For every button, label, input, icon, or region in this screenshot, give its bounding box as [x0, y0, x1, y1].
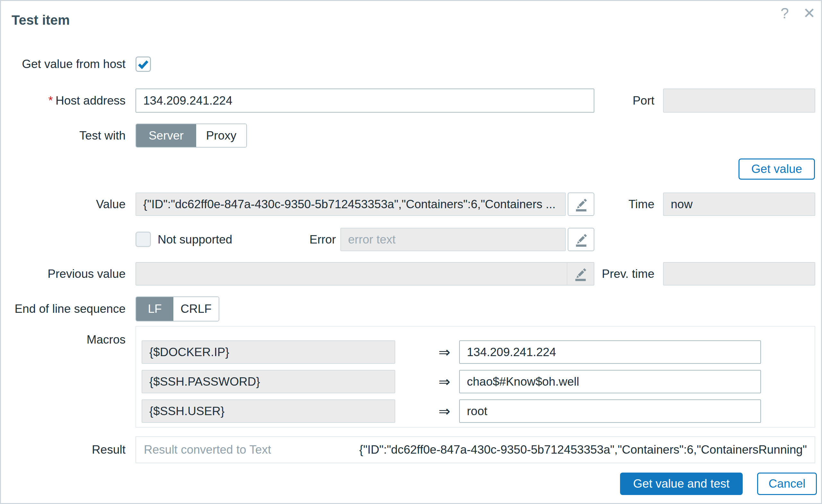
- value-label: Value: [1, 192, 125, 216]
- test-with-toggle: Server Proxy: [135, 124, 247, 148]
- eol-toggle: LF CRLF: [135, 296, 219, 321]
- macro-arrow-icon: ⇒: [435, 399, 454, 423]
- not-supported-label: Not supported: [158, 228, 232, 251]
- test-with-option-proxy[interactable]: Proxy: [196, 124, 246, 147]
- get-value-from-host-label: Get value from host: [1, 56, 125, 72]
- result-value: {"ID":"dc62ff0e-847a-430c-9350-5b7124533…: [359, 443, 807, 457]
- previous-value-label: Previous value: [1, 262, 125, 286]
- previous-value-input: [135, 262, 594, 286]
- result-box: Result converted to Text {"ID":"dc62ff0e…: [135, 436, 815, 463]
- host-address-input[interactable]: [135, 89, 594, 113]
- macro-name-input: [141, 399, 395, 423]
- time-input: [663, 192, 815, 216]
- error-label: Error: [240, 228, 336, 251]
- result-note: Result converted to Text: [144, 443, 271, 457]
- macros-label: Macros: [1, 333, 125, 346]
- get-value-button[interactable]: Get value: [739, 158, 815, 180]
- test-with-label: Test with: [1, 124, 125, 148]
- eol-option-lf[interactable]: LF: [136, 297, 173, 321]
- port-input: [663, 89, 815, 113]
- required-asterisk: *: [48, 94, 53, 107]
- macros-panel: ⇒ ⇒ ⇒: [135, 326, 815, 428]
- checkmark-icon: [136, 57, 150, 71]
- get-value-from-host-checkbox[interactable]: [135, 56, 151, 72]
- result-label: Result: [1, 436, 125, 463]
- cancel-button[interactable]: Cancel: [757, 473, 817, 495]
- value-edit-button[interactable]: [568, 192, 594, 216]
- host-address-label: * Host address: [1, 89, 125, 113]
- macro-name-input: [141, 370, 395, 393]
- test-item-dialog: Test item ? ✕ Get value from host * Host…: [0, 0, 822, 504]
- not-supported-checkbox[interactable]: [135, 232, 151, 247]
- macro-name-input: [141, 340, 395, 364]
- port-label: Port: [595, 89, 655, 113]
- value-input: [135, 192, 566, 216]
- eol-sequence-label: End of line sequence: [1, 296, 125, 321]
- get-value-and-test-button[interactable]: Get value and test: [620, 473, 743, 495]
- macro-value-input[interactable]: [459, 370, 761, 393]
- pencil-icon: [573, 231, 589, 248]
- eol-option-crlf[interactable]: CRLF: [173, 297, 219, 321]
- error-edit-button[interactable]: [568, 228, 594, 251]
- prev-time-input: [663, 262, 815, 286]
- macro-value-input[interactable]: [459, 340, 761, 364]
- macro-arrow-icon: ⇒: [435, 340, 454, 364]
- help-icon[interactable]: ?: [781, 4, 789, 23]
- close-icon[interactable]: ✕: [803, 4, 816, 23]
- pencil-icon: [573, 196, 589, 213]
- page-title: Test item: [12, 13, 70, 28]
- macro-arrow-icon: ⇒: [435, 370, 454, 393]
- time-label: Time: [595, 192, 655, 216]
- prev-time-label: Prev. time: [579, 262, 655, 286]
- macro-value-input[interactable]: [459, 399, 761, 423]
- test-with-option-server[interactable]: Server: [136, 124, 196, 147]
- error-input: [340, 228, 566, 251]
